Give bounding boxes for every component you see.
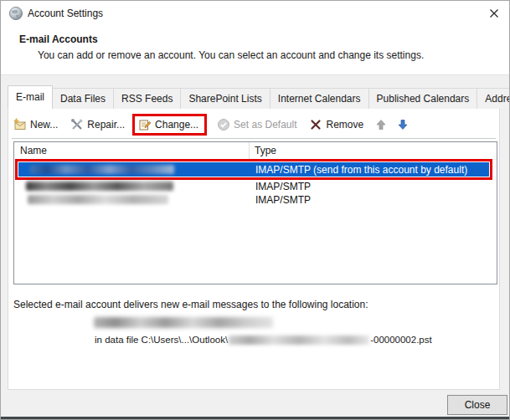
- bottom-edge: [1, 417, 509, 419]
- tab-strip: E-mail Data Files RSS Feeds SharePoint L…: [8, 85, 510, 109]
- email-tab-panel: New... Repair...: [8, 108, 500, 390]
- data-file-path-suffix: -00000002.pst: [370, 335, 432, 345]
- column-header-name[interactable]: Name: [14, 142, 250, 159]
- page-title: E-mail Accounts: [19, 33, 98, 45]
- checkmark-circle-icon: [217, 118, 230, 131]
- list-header: Name Type: [14, 142, 497, 160]
- repair-button[interactable]: Repair...: [70, 118, 125, 131]
- redacted-account-name: [30, 165, 174, 174]
- accounts-toolbar: New... Repair...: [13, 113, 409, 136]
- account-row[interactable]: IMAP/SMTP: [16, 179, 493, 193]
- redacted-path-segment: [229, 335, 369, 345]
- data-file-path-prefix: in data file C:\Users\...\Outlook\: [95, 335, 228, 345]
- remove-button[interactable]: Remove: [309, 118, 363, 131]
- titlebar: Account Settings: [1, 1, 509, 26]
- new-button[interactable]: New...: [13, 118, 58, 131]
- remove-x-icon: [309, 118, 322, 131]
- new-button-label: New...: [30, 119, 58, 131]
- arrow-down-icon[interactable]: [397, 119, 409, 131]
- remove-button-label: Remove: [326, 119, 363, 131]
- account-row[interactable]: IMAP/SMTP: [16, 192, 493, 207]
- tab-address-books[interactable]: Address Books: [477, 88, 510, 109]
- close-button[interactable]: Close: [447, 395, 507, 415]
- tab-internet-calendars[interactable]: Internet Calendars: [270, 88, 369, 109]
- change-note-pencil-icon: [138, 118, 152, 131]
- arrow-up-icon[interactable]: [375, 119, 387, 131]
- set-as-default-button[interactable]: Set as Default: [217, 118, 296, 131]
- tab-published-calendars[interactable]: Published Calendars: [368, 88, 478, 109]
- account-row-selected[interactable]: IMAP/SMTP (send from this account by def…: [18, 162, 489, 177]
- data-file-path: in data file C:\Users\...\Outlook\-00000…: [95, 335, 432, 345]
- redacted-delivery-account: [94, 317, 273, 328]
- account-type: IMAP/SMTP: [255, 194, 311, 206]
- tab-data-files[interactable]: Data Files: [52, 88, 114, 109]
- accounts-list: Name Type IMAP/SMTP (send from this acco…: [13, 141, 497, 284]
- repair-button-label: Repair...: [87, 119, 125, 131]
- account-type: IMAP/SMTP: [255, 181, 311, 192]
- tab-email[interactable]: E-mail: [8, 85, 53, 109]
- new-mail-icon: [13, 118, 27, 131]
- repair-tools-icon: [70, 118, 84, 131]
- globe-icon: [8, 6, 23, 21]
- account-settings-dialog: Account Settings E-mail Accounts You can…: [0, 0, 510, 420]
- redacted-account-name: [26, 182, 173, 191]
- change-button-label: Change...: [155, 119, 198, 131]
- set-as-default-label: Set as Default: [234, 119, 296, 131]
- column-header-type[interactable]: Type: [250, 142, 276, 159]
- close-x-icon[interactable]: [485, 5, 503, 22]
- account-type: IMAP/SMTP (send from this account by def…: [255, 164, 467, 176]
- toolbar-separator: [12, 138, 496, 139]
- change-button[interactable]: Change...: [138, 118, 198, 131]
- page-description: You can add or remove an account. You ca…: [38, 49, 424, 61]
- delivery-location-text: Selected e-mail account delivers new e-m…: [13, 299, 368, 310]
- tab-sharepoint-lists[interactable]: SharePoint Lists: [180, 88, 270, 109]
- change-highlight-box: Change...: [132, 114, 207, 136]
- redacted-account-name: [28, 195, 168, 204]
- window-title: Account Settings: [28, 8, 103, 19]
- tab-rss-feeds[interactable]: RSS Feeds: [113, 88, 181, 109]
